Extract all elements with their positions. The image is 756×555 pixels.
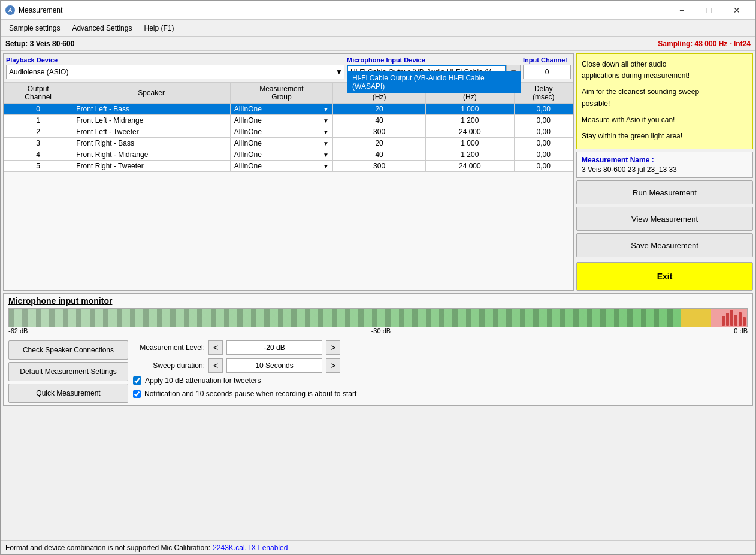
table-row[interactable]: 4 Front Right - Midrange AllInOne ▼ 40 1…: [4, 149, 573, 161]
calibration-link[interactable]: 2243K.cal.TXT enabled: [213, 544, 288, 552]
sweep-duration-value: 10 Seconds: [226, 358, 322, 373]
notes-line: possible!: [582, 98, 748, 110]
close-button[interactable]: ✕: [723, 1, 751, 20]
cell-channel-3: 3: [4, 138, 72, 149]
attenuation-checkbox[interactable]: [133, 376, 141, 385]
cell-speaker-4: Front Right - Midrange: [72, 149, 231, 161]
playback-group: Playback Device Audiolense (ASIO) ▼: [6, 56, 344, 79]
notification-checkbox[interactable]: [133, 390, 141, 398]
playback-value: Audiolense (ASIO): [9, 68, 68, 76]
quick-measurement-button[interactable]: Quick Measurement: [8, 384, 128, 403]
notes-line: Aim for the cleanest sounding sweep: [582, 86, 748, 98]
level-meter: [8, 308, 748, 327]
measurement-level-value: -20 dB: [226, 340, 322, 355]
window-title: Measurement: [19, 6, 62, 14]
cell-delay-3: 0,00: [514, 138, 573, 149]
speaker-table: OutputChannel Speaker MeasurementGroup S…: [4, 82, 573, 172]
cell-sweep-end-0: 1 000: [426, 104, 514, 115]
notes-line: Measure with Asio if you can!: [582, 114, 748, 126]
cell-delay-0: 0,00: [514, 104, 573, 115]
run-measurement-button[interactable]: Run Measurement: [576, 180, 753, 204]
mic-label: Microphone Input Device: [347, 56, 521, 64]
cell-delay-4: 0,00: [514, 149, 573, 161]
notes-line: [582, 126, 748, 131]
table-row[interactable]: 2 Front Left - Tweeter AllInOne ▼ 300 24…: [4, 126, 573, 138]
speaker-table-container: OutputChannel Speaker MeasurementGroup S…: [4, 82, 573, 290]
notes-line: Close down all other audio: [582, 59, 748, 70]
notes-box: Close down all other audioapplications d…: [576, 53, 753, 149]
minimize-button[interactable]: −: [668, 1, 695, 20]
setup-bar: Setup: 3 Veis 80-600 Sampling: 48 000 Hz…: [1, 37, 755, 51]
table-row[interactable]: 3 Front Right - Bass AllInOne ▼ 20 1 000…: [4, 138, 573, 149]
sweep-duration-label: Sweep duration:: [133, 361, 205, 370]
bottom-section: Microphone input monitor: [3, 293, 753, 406]
cell-group-4: AllInOne ▼: [230, 149, 332, 161]
db-max-label: 0 dB: [734, 327, 748, 334]
status-bar: Format and device combination is not sup…: [1, 540, 755, 554]
app-icon-letter: A: [8, 7, 13, 13]
mic-monitor-title: Microphone input monitor: [8, 296, 748, 306]
cell-delay-2: 0,00: [514, 126, 573, 138]
playback-label: Playback Device: [6, 56, 344, 64]
table-row[interactable]: 1 Front Left - Midrange AllInOne ▼ 40 1 …: [4, 115, 573, 126]
db-min-label: -62 dB: [8, 327, 28, 334]
cell-speaker-0: Front Left - Bass: [72, 104, 231, 115]
attenuation-label: Apply 10 dB attenuation for tweeters: [145, 376, 261, 385]
right-controls: Measurement Level: < -20 dB > Sweep dura…: [133, 340, 748, 398]
default-settings-button[interactable]: Default Measurement Settings: [8, 362, 128, 381]
measurement-name-label: Measurement Name :: [582, 156, 748, 164]
cell-group-5: AllInOne ▼: [230, 161, 332, 172]
input-channel-value: 0: [523, 65, 571, 79]
sweep-duration-decrease[interactable]: <: [208, 358, 223, 373]
controls-row: Check Speaker Connections Default Measur…: [8, 337, 748, 403]
main-content: Playback Device Audiolense (ASIO) ▼ Micr…: [1, 51, 755, 540]
th-measurement-group: MeasurementGroup: [230, 83, 332, 104]
playback-select[interactable]: Audiolense (ASIO) ▼: [6, 65, 344, 79]
measurement-level-row: Measurement Level: < -20 dB >: [133, 340, 748, 355]
notes-line: Stay within the green light area!: [582, 131, 748, 142]
playback-dropdown-arrow: ▼: [335, 68, 343, 76]
cell-speaker-5: Front Right - Tweeter: [72, 161, 231, 172]
exit-button[interactable]: Exit: [576, 262, 753, 291]
measurement-level-decrease[interactable]: <: [208, 340, 223, 355]
measurement-level-label: Measurement Level:: [133, 343, 205, 352]
left-panel: Playback Device Audiolense (ASIO) ▼ Micr…: [3, 53, 574, 291]
menu-advanced-settings[interactable]: Advanced Settings: [66, 22, 138, 35]
attenuation-row: Apply 10 dB attenuation for tweeters: [133, 376, 748, 385]
menu-bar: Sample settings Advanced Settings Help (…: [1, 20, 755, 37]
check-speaker-button[interactable]: Check Speaker Connections: [8, 340, 128, 360]
input-channel-label: Input Channel: [523, 56, 571, 64]
cell-sweep-end-1: 1 200: [426, 115, 514, 126]
notification-label: Notification and 10 seconds pause when r…: [144, 390, 356, 398]
cell-group-2: AllInOne ▼: [230, 126, 332, 138]
th-output-channel: OutputChannel: [4, 83, 72, 104]
save-measurement-button[interactable]: Save Measurement: [576, 233, 753, 257]
top-section: Playback Device Audiolense (ASIO) ▼ Micr…: [3, 53, 753, 291]
view-measurement-button[interactable]: View Measurement: [576, 207, 753, 231]
table-row[interactable]: 0 Front Left - Bass AllInOne ▼ 20 1 000 …: [4, 104, 573, 115]
cell-channel-2: 2: [4, 126, 72, 138]
cell-sweep-start-2: 300: [332, 126, 425, 138]
table-row[interactable]: 5 Front Right - Tweeter AllInOne ▼ 300 2…: [4, 161, 573, 172]
notes-line: [582, 82, 748, 86]
main-window: A Measurement − □ ✕ Sample settings Adva…: [0, 0, 756, 555]
maximize-button[interactable]: □: [695, 1, 723, 20]
cell-delay-5: 0,00: [514, 161, 573, 172]
mic-dropdown-item-selected[interactable]: Hi-Fi Cable Output (VB-Audio Hi-Fi Cable…: [347, 71, 520, 93]
title-bar: A Measurement − □ ✕: [1, 1, 755, 20]
left-controls: Check Speaker Connections Default Measur…: [8, 340, 128, 403]
cell-channel-4: 4: [4, 149, 72, 161]
db-labels: -62 dB -30 dB 0 dB: [8, 327, 748, 337]
menu-help[interactable]: Help (F1): [138, 22, 180, 35]
menu-sample-settings[interactable]: Sample settings: [3, 22, 66, 35]
measurement-level-increase[interactable]: >: [326, 340, 340, 355]
cell-speaker-3: Front Right - Bass: [72, 138, 231, 149]
cell-sweep-end-3: 1 000: [426, 138, 514, 149]
mic-dropdown-overlay: Hi-Fi Cable Output (VB-Audio Hi-Fi Cable…: [347, 71, 521, 93]
cell-sweep-end-4: 1 200: [426, 149, 514, 161]
cell-sweep-start-1: 40: [332, 115, 425, 126]
cell-group-3: AllInOne ▼: [230, 138, 332, 149]
sweep-duration-increase[interactable]: >: [326, 358, 340, 373]
sampling-label: Sampling: 48 000 Hz - Int24: [658, 40, 751, 48]
cell-sweep-end-5: 24 000: [426, 161, 514, 172]
